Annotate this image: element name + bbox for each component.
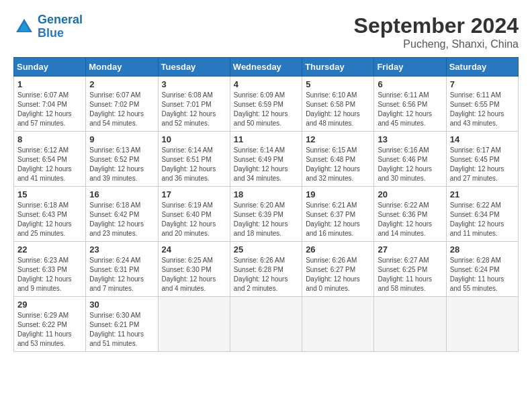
day-number: 11 [234, 134, 298, 144]
day-info: Sunrise: 6:26 AMSunset: 6:27 PMDaylight:… [306, 256, 370, 293]
calendar-week-row: 29Sunrise: 6:29 AMSunset: 6:22 PMDayligh… [14, 297, 519, 352]
day-number: 17 [162, 189, 226, 199]
day-number: 2 [89, 79, 154, 89]
col-tuesday: Tuesday [158, 58, 230, 77]
day-number: 19 [306, 189, 370, 199]
table-row: 20Sunrise: 6:22 AMSunset: 6:36 PMDayligh… [374, 187, 446, 242]
day-info: Sunrise: 6:29 AMSunset: 6:22 PMDaylight:… [17, 311, 82, 349]
day-info: Sunrise: 6:30 AMSunset: 6:21 PMDaylight:… [89, 311, 154, 349]
day-info: Sunrise: 6:14 AMSunset: 6:49 PMDaylight:… [234, 146, 298, 183]
day-number: 25 [234, 244, 298, 255]
table-row: 6Sunrise: 6:11 AMSunset: 6:56 PMDaylight… [374, 77, 446, 132]
day-number: 7 [450, 79, 515, 89]
col-saturday: Saturday [446, 58, 518, 77]
table-row: 17Sunrise: 6:19 AMSunset: 6:40 PMDayligh… [158, 187, 230, 242]
calendar-week-row: 8Sunrise: 6:12 AMSunset: 6:54 PMDaylight… [14, 132, 519, 187]
table-row: 25Sunrise: 6:26 AMSunset: 6:28 PMDayligh… [230, 242, 302, 297]
title-block: September 2024 Pucheng, Shanxi, China [354, 13, 519, 50]
calendar-week-row: 1Sunrise: 6:07 AMSunset: 7:04 PMDaylight… [14, 77, 519, 132]
day-info: Sunrise: 6:22 AMSunset: 6:36 PMDaylight:… [378, 201, 442, 238]
table-row: 15Sunrise: 6:18 AMSunset: 6:43 PMDayligh… [14, 187, 86, 242]
col-sunday: Sunday [14, 58, 86, 77]
table-row: 26Sunrise: 6:26 AMSunset: 6:27 PMDayligh… [302, 242, 374, 297]
day-number: 29 [17, 300, 82, 310]
table-row: 23Sunrise: 6:24 AMSunset: 6:31 PMDayligh… [86, 242, 158, 297]
day-info: Sunrise: 6:27 AMSunset: 6:25 PMDaylight:… [378, 256, 442, 293]
table-row: 8Sunrise: 6:12 AMSunset: 6:54 PMDaylight… [14, 132, 86, 187]
table-row: 21Sunrise: 6:22 AMSunset: 6:34 PMDayligh… [446, 187, 518, 242]
logo: General Blue [13, 13, 83, 40]
month-title: September 2024 [354, 13, 519, 38]
table-row: 2Sunrise: 6:07 AMSunset: 7:02 PMDaylight… [86, 77, 158, 132]
day-info: Sunrise: 6:18 AMSunset: 6:42 PMDaylight:… [89, 201, 154, 238]
day-number: 9 [89, 134, 154, 144]
table-row: 10Sunrise: 6:14 AMSunset: 6:51 PMDayligh… [158, 132, 230, 187]
table-row: 28Sunrise: 6:28 AMSunset: 6:24 PMDayligh… [446, 242, 518, 297]
day-info: Sunrise: 6:23 AMSunset: 6:33 PMDaylight:… [17, 256, 82, 293]
day-number: 12 [306, 134, 370, 144]
table-row [230, 297, 302, 352]
day-number: 24 [162, 244, 226, 255]
table-row: 13Sunrise: 6:16 AMSunset: 6:46 PMDayligh… [374, 132, 446, 187]
col-monday: Monday [86, 58, 158, 77]
day-number: 5 [306, 79, 370, 89]
table-row: 9Sunrise: 6:13 AMSunset: 6:52 PMDaylight… [86, 132, 158, 187]
day-number: 30 [89, 300, 154, 310]
day-info: Sunrise: 6:07 AMSunset: 7:04 PMDaylight:… [17, 91, 82, 128]
day-info: Sunrise: 6:25 AMSunset: 6:30 PMDaylight:… [162, 256, 226, 293]
table-row: 24Sunrise: 6:25 AMSunset: 6:30 PMDayligh… [158, 242, 230, 297]
table-row: 19Sunrise: 6:21 AMSunset: 6:37 PMDayligh… [302, 187, 374, 242]
table-row: 5Sunrise: 6:10 AMSunset: 6:58 PMDaylight… [302, 77, 374, 132]
table-row: 7Sunrise: 6:11 AMSunset: 6:55 PMDaylight… [446, 77, 518, 132]
calendar-header-row: Sunday Monday Tuesday Wednesday Thursday… [14, 58, 519, 77]
day-info: Sunrise: 6:12 AMSunset: 6:54 PMDaylight:… [17, 146, 82, 183]
table-row [374, 297, 446, 352]
col-thursday: Thursday [302, 58, 374, 77]
table-row [446, 297, 518, 352]
table-row: 27Sunrise: 6:27 AMSunset: 6:25 PMDayligh… [374, 242, 446, 297]
day-info: Sunrise: 6:18 AMSunset: 6:43 PMDaylight:… [17, 201, 82, 238]
day-number: 14 [450, 134, 515, 144]
day-info: Sunrise: 6:09 AMSunset: 6:59 PMDaylight:… [234, 91, 298, 128]
day-info: Sunrise: 6:26 AMSunset: 6:28 PMDaylight:… [234, 256, 298, 293]
day-info: Sunrise: 6:07 AMSunset: 7:02 PMDaylight:… [89, 91, 154, 128]
day-number: 23 [89, 244, 154, 255]
day-number: 21 [450, 189, 515, 199]
day-number: 22 [17, 244, 82, 255]
day-number: 20 [378, 189, 442, 199]
day-info: Sunrise: 6:11 AMSunset: 6:55 PMDaylight:… [450, 91, 515, 128]
day-info: Sunrise: 6:14 AMSunset: 6:51 PMDaylight:… [162, 146, 226, 183]
day-info: Sunrise: 6:10 AMSunset: 6:58 PMDaylight:… [306, 91, 370, 128]
table-row [158, 297, 230, 352]
table-row: 12Sunrise: 6:15 AMSunset: 6:48 PMDayligh… [302, 132, 374, 187]
day-number: 18 [234, 189, 298, 199]
col-friday: Friday [374, 58, 446, 77]
calendar-week-row: 15Sunrise: 6:18 AMSunset: 6:43 PMDayligh… [14, 187, 519, 242]
day-number: 3 [162, 79, 226, 89]
day-info: Sunrise: 6:16 AMSunset: 6:46 PMDaylight:… [378, 146, 442, 183]
day-info: Sunrise: 6:21 AMSunset: 6:37 PMDaylight:… [306, 201, 370, 238]
table-row: 16Sunrise: 6:18 AMSunset: 6:42 PMDayligh… [86, 187, 158, 242]
table-row [302, 297, 374, 352]
calendar-table: Sunday Monday Tuesday Wednesday Thursday… [13, 57, 519, 352]
day-info: Sunrise: 6:24 AMSunset: 6:31 PMDaylight:… [89, 256, 154, 293]
table-row: 22Sunrise: 6:23 AMSunset: 6:33 PMDayligh… [14, 242, 86, 297]
day-number: 13 [378, 134, 442, 144]
table-row: 29Sunrise: 6:29 AMSunset: 6:22 PMDayligh… [14, 297, 86, 352]
table-row: 14Sunrise: 6:17 AMSunset: 6:45 PMDayligh… [446, 132, 518, 187]
day-number: 10 [162, 134, 226, 144]
day-number: 1 [17, 79, 82, 89]
day-info: Sunrise: 6:08 AMSunset: 7:01 PMDaylight:… [162, 91, 226, 128]
day-info: Sunrise: 6:13 AMSunset: 6:52 PMDaylight:… [89, 146, 154, 183]
table-row: 30Sunrise: 6:30 AMSunset: 6:21 PMDayligh… [86, 297, 158, 352]
logo-icon [13, 16, 35, 38]
day-info: Sunrise: 6:22 AMSunset: 6:34 PMDaylight:… [450, 201, 515, 238]
page-header: General Blue September 2024 Pucheng, Sha… [13, 13, 519, 50]
table-row: 11Sunrise: 6:14 AMSunset: 6:49 PMDayligh… [230, 132, 302, 187]
day-info: Sunrise: 6:19 AMSunset: 6:40 PMDaylight:… [162, 201, 226, 238]
day-info: Sunrise: 6:15 AMSunset: 6:48 PMDaylight:… [306, 146, 370, 183]
table-row: 1Sunrise: 6:07 AMSunset: 7:04 PMDaylight… [14, 77, 86, 132]
day-number: 4 [234, 79, 298, 89]
table-row: 3Sunrise: 6:08 AMSunset: 7:01 PMDaylight… [158, 77, 230, 132]
day-number: 16 [89, 189, 154, 199]
